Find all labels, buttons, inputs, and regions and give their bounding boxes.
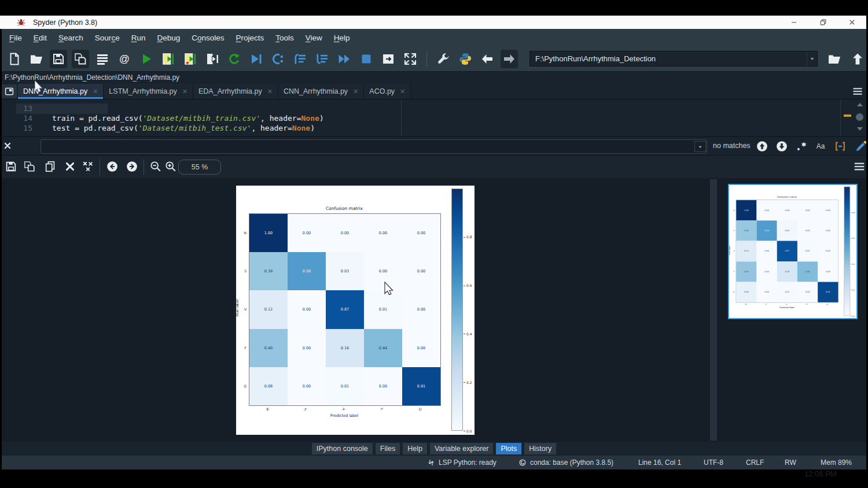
run-file-icon[interactable] xyxy=(138,50,155,68)
menu-help[interactable]: Help xyxy=(328,34,356,42)
menu-edit[interactable]: Edit xyxy=(28,34,53,42)
menu-file[interactable]: File xyxy=(3,34,28,42)
debug-stop-icon[interactable] xyxy=(358,50,375,68)
heatmap-cell: 1.00 xyxy=(249,214,288,252)
menu-run[interactable]: Run xyxy=(126,34,152,42)
code-line-13[interactable]: 13 xyxy=(0,104,868,114)
restore-button[interactable] xyxy=(810,16,836,29)
debug-file-icon[interactable] xyxy=(248,50,265,68)
python-env-icon[interactable] xyxy=(457,50,474,68)
tab-close-icon[interactable]: ✕ xyxy=(267,88,273,95)
tab-close-icon[interactable]: ✕ xyxy=(93,88,98,95)
minimize-button[interactable] xyxy=(781,16,807,29)
zoom-out-icon[interactable] xyxy=(149,160,163,174)
browse-directory-button[interactable] xyxy=(826,50,843,68)
pane-tab-plots[interactable]: Plots xyxy=(496,443,521,454)
fullscreen-icon[interactable] xyxy=(402,50,419,68)
editor-scrollbar-thumb[interactable] xyxy=(856,113,863,121)
working-directory-combobox[interactable]: F:\PythonRun\Arrhythmia_Detection xyxy=(529,51,818,66)
plot-thumbnail[interactable]: Confusion matrix1.000.000.000.000.000.39… xyxy=(728,184,858,319)
tab-close-icon[interactable]: ✕ xyxy=(400,88,405,95)
copy-plot-icon[interactable] xyxy=(44,160,58,174)
editor-tab-eda_arrhythmia-py[interactable]: EDA_Arrhythmia.py✕ xyxy=(193,84,278,99)
highlight-matches-icon[interactable] xyxy=(855,140,867,153)
editor-tab-cnn_arrhythmia-py[interactable]: CNN_Arrhythmia.py✕ xyxy=(278,84,364,99)
preferences-icon[interactable] xyxy=(435,50,452,68)
save-plot-icon[interactable] xyxy=(5,160,19,174)
pane-tab-help[interactable]: Help xyxy=(403,443,427,454)
run-selection-icon[interactable] xyxy=(204,50,221,68)
debug-continue-icon[interactable] xyxy=(336,50,353,68)
scroll-up-icon[interactable] xyxy=(857,103,863,106)
heatmap-cell: 0.44 xyxy=(797,261,818,282)
run-cell-advance-icon[interactable] xyxy=(182,50,199,68)
debug-step-return-icon[interactable] xyxy=(314,50,331,68)
parent-directory-button[interactable] xyxy=(849,50,866,68)
chevron-down-icon[interactable] xyxy=(807,51,817,66)
case-sensitive-icon[interactable]: Aa xyxy=(814,140,827,153)
find-history-dropdown[interactable] xyxy=(694,141,706,152)
code-line-15[interactable]: 15test = pd.read_csv('Dataset/mitbih_tes… xyxy=(0,124,868,134)
menu-view[interactable]: View xyxy=(300,34,328,42)
find-input[interactable] xyxy=(41,139,707,154)
browse-tabs-button[interactable] xyxy=(1,84,17,98)
save-file-icon[interactable] xyxy=(50,50,67,68)
pane-tab-files[interactable]: Files xyxy=(376,443,400,454)
new-file-icon[interactable] xyxy=(6,50,23,68)
save-all-icon[interactable] xyxy=(72,50,89,68)
tab-close-icon[interactable]: ✕ xyxy=(353,88,358,95)
menu-debug[interactable]: Debug xyxy=(151,34,186,42)
x-tick-label: Q xyxy=(826,303,829,305)
heatmap-cell: 0.00 xyxy=(326,214,364,252)
find-next-icon[interactable] xyxy=(775,140,788,153)
file-path-breadcrumb: F:\PythonRun\Arrhythmia_Detection\DNN_Ar… xyxy=(0,72,868,84)
code-editor[interactable]: 1314train = pd.read_csv('Dataset/mitbih_… xyxy=(0,99,868,136)
zoom-in-icon[interactable] xyxy=(164,160,178,174)
confusion-matrix-figure[interactable]: Confusion matrix1.000.000.000.000.000.39… xyxy=(236,186,475,435)
plots-scrollbar[interactable] xyxy=(710,179,717,441)
zoom-level-field[interactable]: 55 % xyxy=(178,160,221,175)
tab-label: CNN_Arrhythmia.py xyxy=(284,87,348,95)
find-close-icon[interactable] xyxy=(3,141,13,151)
forward-icon[interactable] xyxy=(501,50,518,68)
pane-tab-ipython-console[interactable]: IPython console xyxy=(312,443,373,454)
colorbar-tick xyxy=(851,264,852,265)
debug-step-icon[interactable] xyxy=(270,50,287,68)
pane-tab-variable-explorer[interactable]: Variable explorer xyxy=(430,443,494,454)
editor-tab-aco-py[interactable]: ACO.py✕ xyxy=(364,84,411,99)
find-symbols-icon[interactable]: @ xyxy=(116,50,133,68)
tab-label: ACO.py xyxy=(369,87,395,95)
save-all-plots-icon[interactable] xyxy=(23,160,37,174)
file-switcher-icon[interactable] xyxy=(94,50,111,68)
regex-icon[interactable] xyxy=(795,140,808,153)
debug-step-into-icon[interactable] xyxy=(292,50,309,68)
next-plot-icon[interactable] xyxy=(126,160,139,174)
editor-options-menu-icon[interactable] xyxy=(852,86,865,98)
editor-scrollbar-track[interactable] xyxy=(840,99,841,136)
menu-source[interactable]: Source xyxy=(89,34,126,42)
menu-tools[interactable]: Tools xyxy=(270,34,300,42)
open-file-icon[interactable] xyxy=(28,50,45,68)
code-line-14[interactable]: 14train = pd.read_csv('Dataset/mitbih_tr… xyxy=(0,114,868,124)
previous-plot-icon[interactable] xyxy=(106,160,120,174)
menu-projects[interactable]: Projects xyxy=(230,34,270,42)
colorbar-tick xyxy=(464,431,465,431)
back-icon[interactable] xyxy=(479,50,496,68)
pane-tab-history[interactable]: History xyxy=(524,443,556,454)
maximize-pane-icon[interactable] xyxy=(380,50,397,68)
tab-close-icon[interactable]: ✕ xyxy=(182,88,187,95)
menu-search[interactable]: Search xyxy=(53,34,89,42)
close-plot-icon[interactable] xyxy=(64,160,78,174)
colorbar-tick-label: 0.8 xyxy=(466,235,472,239)
close-all-plots-icon[interactable] xyxy=(82,160,95,174)
editor-tab-dnn_arrhythmia-py[interactable]: DNN_Arrhythmia.py✕ xyxy=(18,84,104,99)
scroll-down-icon[interactable] xyxy=(857,127,863,131)
menu-consoles[interactable]: Consoles xyxy=(186,34,230,42)
editor-tab-lstm_arrhythmia-py[interactable]: LSTM_Arrhythmia.py✕ xyxy=(104,84,193,99)
find-previous-icon[interactable] xyxy=(756,140,768,153)
close-button[interactable] xyxy=(838,16,865,29)
plots-options-menu-icon[interactable] xyxy=(853,160,867,174)
whole-words-icon[interactable] xyxy=(834,140,847,153)
rerun-last-icon[interactable] xyxy=(226,50,243,68)
run-cell-icon[interactable] xyxy=(160,50,177,68)
